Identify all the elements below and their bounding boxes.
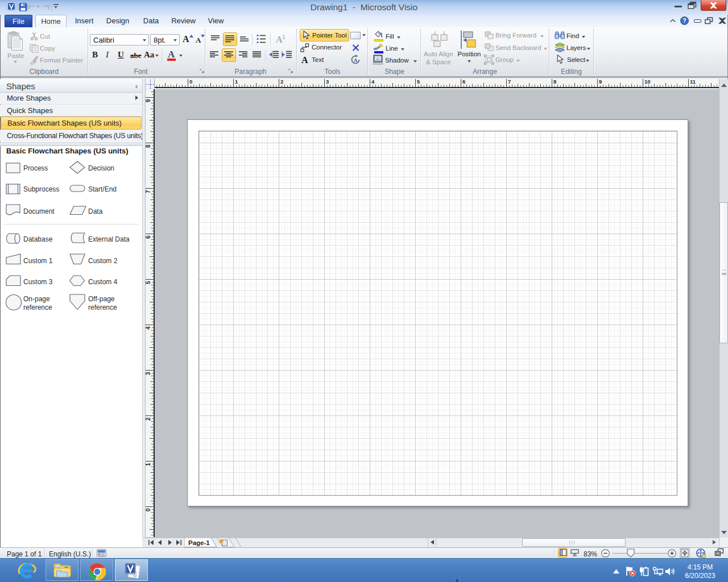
svg-text:A: A (354, 57, 358, 63)
svg-text:?: ? (682, 17, 686, 24)
svg-text:7: 7 (146, 190, 151, 193)
svg-text:2: 2 (146, 417, 151, 421)
svg-text:6: 6 (146, 235, 151, 239)
svg-text:4: 4 (146, 326, 151, 330)
svg-text:8: 8 (146, 144, 151, 148)
svg-text:5: 5 (146, 281, 151, 284)
svg-text:3: 3 (146, 372, 151, 375)
svg-text:0: 0 (146, 508, 151, 512)
svg-text:1: 1 (146, 463, 151, 466)
svg-text:9: 9 (146, 99, 151, 102)
